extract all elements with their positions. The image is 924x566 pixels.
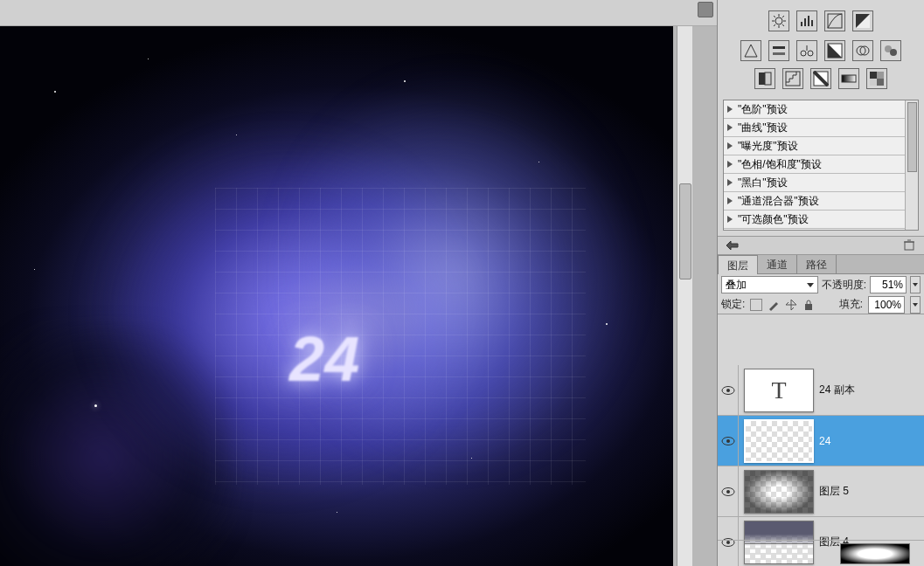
svg-rect-24	[877, 79, 884, 86]
pixel-grid-overlay	[215, 188, 586, 485]
preset-channel-mixer[interactable]: "通道混合器"预设	[724, 192, 905, 211]
preset-selective-color[interactable]: "可选颜色"预设	[724, 211, 905, 229]
preset-label: "通道混合器"预设	[738, 194, 819, 209]
layer-thumbnail[interactable]	[744, 470, 814, 514]
layer-item-layer5[interactable]: 图层 5	[718, 466, 924, 517]
layer-thumbnail[interactable]	[744, 419, 814, 463]
fill-dropdown[interactable]	[910, 296, 921, 314]
layer-item-24[interactable]: 24	[718, 416, 924, 466]
channel-mixer-icon[interactable]	[880, 40, 901, 61]
layer-mask-thumbnail[interactable]	[840, 543, 910, 564]
adjustments-row-1	[718, 0, 924, 37]
exposure-icon[interactable]	[852, 10, 873, 31]
canvas-topbar	[0, 0, 717, 26]
fill-value: 100%	[874, 299, 901, 311]
tab-paths[interactable]: 路径	[797, 255, 837, 273]
svg-rect-7	[773, 46, 785, 49]
trash-icon[interactable]	[901, 239, 917, 252]
preset-curves[interactable]: "曲线"预设	[724, 119, 905, 137]
black-white-icon[interactable]	[824, 40, 845, 61]
document-canvas[interactable]: 24	[0, 26, 673, 566]
svg-rect-16	[759, 72, 765, 85]
scrollbar-thumb[interactable]	[679, 183, 691, 280]
tab-channels[interactable]: 通道	[758, 255, 797, 273]
opacity-input[interactable]: 51%	[870, 276, 907, 293]
presets-scrollbar[interactable]	[905, 100, 918, 230]
preset-levels[interactable]: "色阶"预设	[724, 100, 905, 119]
levels-icon[interactable]	[796, 10, 817, 31]
canvas-vertical-scrollbar[interactable]	[677, 26, 692, 566]
layer-thumbnail[interactable]: T	[744, 369, 814, 412]
svg-rect-3	[808, 16, 809, 26]
adjustment-presets-list: "色阶"预设 "曲线"预设 "曝光度"预设 "色相/饱和度"预设 "黑白"预设 …	[723, 100, 919, 231]
svg-rect-23	[870, 79, 877, 86]
disclosure-triangle-icon	[727, 161, 733, 168]
posterize-icon[interactable]	[782, 68, 803, 89]
lock-transparency-icon[interactable]	[750, 299, 762, 311]
photo-filter-icon[interactable]	[852, 40, 873, 61]
scrollbar-thumb[interactable]	[907, 102, 917, 172]
svg-rect-8	[773, 52, 785, 55]
adjustments-row-2	[718, 37, 924, 65]
lock-brush-icon[interactable]	[768, 299, 780, 311]
visibility-toggle[interactable]	[718, 365, 739, 416]
svg-rect-21	[870, 72, 877, 79]
disclosure-triangle-icon	[727, 179, 733, 186]
svg-rect-25	[905, 242, 914, 250]
tab-layers[interactable]: 图层	[718, 255, 758, 274]
disclosure-triangle-icon	[727, 142, 733, 149]
hue-saturation-icon[interactable]	[768, 40, 789, 61]
fill-input[interactable]: 100%	[868, 296, 905, 314]
opacity-dropdown[interactable]	[910, 276, 921, 293]
preset-black-white[interactable]: "黑白"预设	[724, 174, 905, 192]
disclosure-triangle-icon	[727, 197, 733, 204]
preset-hue-saturation[interactable]: "色相/饱和度"预设	[724, 155, 905, 174]
preset-label: "曝光度"预设	[738, 139, 798, 154]
disclosure-triangle-icon	[727, 106, 733, 113]
vibrance-icon[interactable]	[740, 40, 761, 61]
fill-label: 填充:	[839, 297, 863, 312]
layer-item-24-copy[interactable]: T 24 副本	[718, 365, 924, 416]
layer-name: 24	[819, 435, 830, 447]
blend-mode-value: 叠加	[726, 278, 747, 293]
canvas-text-24: 24	[289, 323, 359, 395]
svg-rect-26	[805, 304, 812, 310]
selective-color-icon[interactable]	[866, 68, 887, 89]
dropdown-arrow-icon	[807, 283, 814, 287]
svg-rect-17	[765, 72, 771, 85]
return-to-list-icon[interactable]	[725, 239, 740, 252]
preset-label: "曲线"预设	[738, 121, 788, 135]
invert-icon[interactable]	[754, 68, 775, 89]
text-layer-icon: T	[745, 369, 813, 411]
preset-exposure[interactable]: "曝光度"预设	[724, 137, 905, 155]
color-balance-icon[interactable]	[796, 40, 817, 61]
adjustments-footer	[718, 236, 924, 255]
layer-name: 图层 5	[819, 484, 849, 499]
layers-list: T 24 副本 24 图层 5 图层 4	[718, 365, 924, 566]
svg-point-32	[726, 490, 730, 494]
lock-all-icon[interactable]	[802, 299, 815, 311]
lock-move-icon[interactable]	[785, 299, 797, 311]
visibility-toggle[interactable]	[718, 416, 739, 466]
blend-mode-select[interactable]: 叠加	[721, 276, 818, 293]
svg-point-0	[775, 17, 782, 24]
preset-label: "可选颜色"预设	[738, 212, 809, 227]
brightness-contrast-icon[interactable]	[768, 10, 789, 31]
svg-point-30	[726, 439, 730, 443]
svg-point-10	[808, 51, 813, 56]
visibility-toggle[interactable]	[718, 466, 739, 517]
layers-panel-tabs: 图层 通道 路径	[718, 255, 924, 274]
svg-point-15	[890, 49, 897, 56]
gradient-map-icon[interactable]	[838, 68, 859, 89]
layer-thumbnail[interactable]	[744, 543, 814, 564]
preset-label: "黑白"预设	[738, 176, 788, 190]
adjustments-row-3	[718, 65, 924, 96]
curves-icon[interactable]	[824, 10, 845, 31]
collapse-panel-icon[interactable]	[698, 2, 713, 17]
svg-rect-20	[842, 75, 856, 82]
disclosure-triangle-icon	[727, 216, 733, 223]
svg-rect-5	[828, 14, 842, 28]
dropdown-arrow-icon	[913, 303, 918, 307]
svg-rect-1	[801, 22, 802, 26]
threshold-icon[interactable]	[810, 68, 831, 89]
